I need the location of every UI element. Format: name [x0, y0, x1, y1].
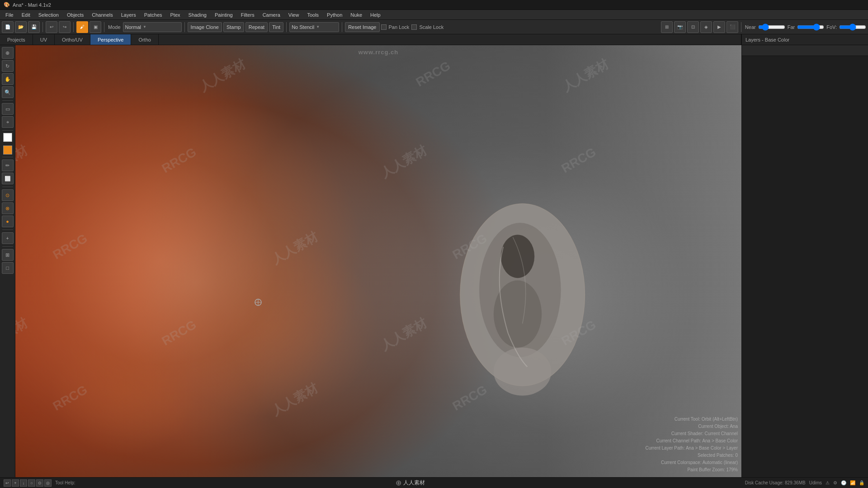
app-title: Ana* - Mari 4.1v2 [13, 2, 51, 8]
tool-rotate[interactable]: ↻ [2, 60, 14, 72]
menu-patches[interactable]: Patches [141, 11, 166, 19]
clock-icon: 🕐 [841, 480, 846, 485]
menubar: File Edit Selection Objects Channels Lay… [0, 10, 868, 20]
menu-help[interactable]: Help [367, 11, 384, 19]
tool-paint[interactable]: ✏ [2, 160, 14, 171]
tool-zoom[interactable]: 🔍 [2, 86, 14, 98]
tab-uv[interactable]: UV [33, 34, 55, 45]
far-label: Far [788, 24, 795, 30]
menu-file[interactable]: File [2, 11, 17, 19]
pan-lock-group: Pan Lock [381, 24, 410, 30]
tool-fill[interactable]: ⊗ [2, 202, 14, 214]
menu-objects[interactable]: Objects [63, 11, 87, 19]
redo-button[interactable]: ↪ [59, 21, 71, 33]
open-button[interactable]: 📂 [15, 21, 27, 33]
tool-grid[interactable]: ⊞ [2, 249, 14, 261]
tool-clone[interactable]: ⊙ [2, 189, 14, 201]
titlebar: 🎨 Ana* - Mari 4.1v2 [0, 0, 868, 10]
undo-button[interactable]: ↩ [46, 21, 57, 33]
statusbar-center: ⊕ 人人素材 [396, 479, 425, 487]
menu-channels[interactable]: Channels [88, 11, 116, 19]
separator-4 [184, 22, 185, 32]
tool-plus[interactable]: + [2, 232, 14, 244]
main-area: ⊕ ↻ ✋ 🔍 ▭ ⌖ ✏ ⬜ ⊙ ⊗ ● + ⊞ □ [0, 45, 868, 477]
warning-icon: ⚠ [826, 480, 830, 485]
tool-square[interactable]: □ [2, 262, 14, 274]
tab-ortho[interactable]: Ortho [131, 34, 159, 45]
ring-btn[interactable]: ◎ [44, 479, 52, 487]
circle-btn[interactable]: ○ [28, 479, 35, 487]
separator-3 [104, 22, 104, 32]
menu-view[interactable]: View [285, 11, 303, 19]
tool-circle[interactable]: ● [2, 216, 14, 227]
center-logo-text: 人人素材 [403, 479, 425, 487]
left-panel: ⊕ ↻ ✋ 🔍 ▭ ⌖ ✏ ⬜ ⊙ ⊗ ● + ⊞ □ [0, 45, 15, 477]
view-icon-5[interactable]: ▶ [713, 21, 725, 33]
repeat-button[interactable]: Repeat [245, 22, 268, 32]
menu-painting[interactable]: Painting [211, 11, 236, 19]
toolbar: 📄 📂 💾 ↩ ↪ 🖌 ▣ Mode Normal ▼ Image Clone … [0, 20, 868, 34]
svg-point-3 [501, 235, 534, 278]
tool-help-label: Tool Help: [55, 480, 75, 485]
mode-label: Mode [108, 24, 121, 30]
menu-nuke[interactable]: Nuke [347, 11, 366, 19]
view-icon-6[interactable]: ⬛ [726, 21, 738, 33]
menu-python[interactable]: Python [323, 11, 346, 19]
menu-filters[interactable]: Filters [237, 11, 258, 19]
near-label: Near [745, 24, 756, 30]
paint-button[interactable]: 🖌 [76, 21, 88, 33]
tab-projects[interactable]: Projects [0, 34, 33, 45]
layers-base-color-header: Layers - Base Color [745, 37, 789, 42]
svg-point-2 [494, 280, 542, 347]
tool-navigate[interactable]: ⊕ [2, 47, 14, 59]
tool-lasso[interactable]: ⌖ [2, 116, 14, 128]
far-slider[interactable] [797, 23, 824, 31]
separator-1 [42, 22, 43, 32]
fov-slider[interactable] [839, 23, 866, 31]
menu-layers[interactable]: Layers [118, 11, 140, 19]
tab-perspective[interactable]: Perspective [90, 34, 131, 45]
settings-icon[interactable]: ⚙ [833, 480, 837, 485]
color-swatch-white[interactable] [3, 133, 12, 142]
undo-arrow[interactable]: ↩ [4, 479, 11, 487]
menu-shading[interactable]: Shading [185, 11, 210, 19]
tab-orthouv[interactable]: Ortho/UV [55, 34, 90, 45]
view-icon-1[interactable]: ⊞ [661, 21, 673, 33]
near-slider[interactable] [758, 23, 785, 31]
stamp-button[interactable]: Stamp [223, 22, 244, 32]
target-btn[interactable]: ⊙ [36, 479, 43, 487]
tool-eraser[interactable]: ⬜ [2, 173, 14, 184]
view-icon-2[interactable]: 📷 [674, 21, 686, 33]
layers-panel-content [742, 56, 868, 477]
tool-pan[interactable]: ✋ [2, 73, 14, 85]
network-icon: 📶 [850, 480, 855, 485]
menu-tools[interactable]: Tools [303, 11, 322, 19]
center-logo-icon: ⊕ [396, 479, 401, 487]
scale-lock-checkbox[interactable] [411, 24, 417, 30]
mode-dropdown[interactable]: Normal ▼ [123, 22, 182, 32]
new-button[interactable]: 📄 [2, 21, 14, 33]
color-swatch-orange[interactable] [3, 145, 12, 155]
mode-dropdown-arrow: ▼ [143, 25, 146, 29]
menu-selection[interactable]: Selection [35, 11, 62, 19]
view-icon-3[interactable]: ⊡ [687, 21, 699, 33]
viewport[interactable]: RRCG 人人素材 RRCG 人人素材 人人素材 RRCG 人人素材 RRCG … [15, 45, 741, 477]
pan-lock-checkbox[interactable] [381, 24, 387, 30]
menu-camera[interactable]: Camera [259, 11, 284, 19]
menu-ptex[interactable]: Ptex [167, 11, 184, 19]
view-icon-4[interactable]: ◈ [700, 21, 712, 33]
reset-image-button[interactable]: Reset Image [345, 22, 379, 32]
stencil-dropdown[interactable]: No Stencil ▼ [289, 22, 339, 32]
viewtabs: Projects UV Ortho/UV Perspective Ortho L… [0, 34, 868, 45]
statusbar: ↩ + ↓ ○ ⊙ ◎ Tool Help: ⊕ 人人素材 Disk Cache… [0, 477, 868, 488]
nav-arrows: ↩ + ↓ ○ ⊙ ◎ [4, 479, 52, 487]
select-button[interactable]: ▣ [90, 21, 101, 33]
save-button[interactable]: 💾 [28, 21, 40, 33]
tint-button[interactable]: Tint [269, 22, 283, 32]
menu-edit[interactable]: Edit [18, 11, 34, 19]
add-arrow[interactable]: + [12, 479, 19, 487]
image-clone-button[interactable]: Image Clone [188, 22, 222, 32]
tool-select[interactable]: ▭ [2, 103, 14, 115]
udims-label: Udims [809, 480, 822, 485]
down-arrow[interactable]: ↓ [20, 479, 27, 487]
